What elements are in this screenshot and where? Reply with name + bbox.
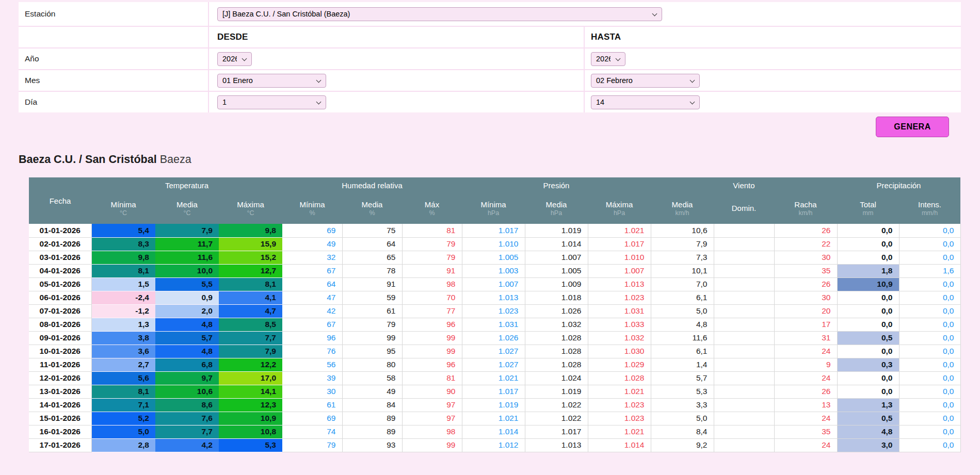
cell-h-min: 61 (282, 398, 342, 412)
cell-t-max: 10,9 (219, 412, 282, 425)
station-label: Estación (19, 2, 209, 26)
cell-v-racha: 17 (774, 318, 837, 331)
table-body: 01-01-20265,47,99,86975811.0171.0191.021… (29, 224, 960, 452)
column-unit: mm (837, 209, 899, 217)
cell-prec-intens: 0,0 (899, 412, 960, 425)
cell-h-med: 49 (342, 385, 402, 398)
cell-t-max: 12,2 (219, 358, 282, 371)
cell-t-min: 5,0 (91, 425, 155, 438)
cell-prec-total: 0,0 (837, 224, 899, 237)
cell-v-racha: 13 (774, 398, 837, 412)
cell-p-med: 1.005 (525, 264, 588, 277)
cell-p-max: 1.017 (588, 237, 651, 251)
cell-p-med: 1.009 (525, 277, 588, 291)
cell-p-min: 1.010 (462, 237, 525, 251)
column-header: Media% (342, 193, 402, 224)
cell-prec-intens: 0,0 (899, 318, 960, 331)
table-row: 09-01-20263,85,77,79699991.0261.0281.032… (29, 331, 960, 345)
cell-h-min: 67 (282, 264, 342, 277)
table-row: 11-01-20262,76,812,25680961.0271.0281.02… (29, 358, 960, 371)
cell-h-min: 42 (282, 304, 342, 318)
cell-prec-total: 0,0 (837, 251, 899, 264)
column-label: Domin. (714, 204, 774, 213)
column-header-fecha: Fecha (29, 177, 91, 224)
column-label: Máxima (588, 200, 651, 209)
cell-p-max: 1.032 (588, 331, 651, 345)
cell-t-med: 10,6 (155, 385, 219, 398)
column-unit: hPa (462, 209, 525, 217)
cell-prec-total: 0,0 (837, 304, 899, 318)
cell-h-max: 96 (402, 318, 462, 331)
cell-v-domin (714, 425, 774, 438)
cell-t-min: 3,8 (91, 331, 155, 345)
cell-prec-total: 0,0 (837, 291, 899, 304)
cell-t-med: 7,7 (155, 425, 219, 438)
cell-v-domin (714, 345, 774, 358)
table-row: 08-01-20261,34,88,56779961.0311.0321.033… (29, 318, 960, 331)
hasta-header: HASTA (585, 27, 961, 47)
cell-p-min: 1.031 (462, 318, 525, 331)
column-unit: mm/h (899, 209, 960, 217)
cell-h-min: 56 (282, 358, 342, 371)
cell-h-min: 64 (282, 277, 342, 291)
cell-prec-intens: 0,0 (899, 277, 960, 291)
cell-t-min: 1,5 (91, 277, 155, 291)
station-city: Baeza (160, 153, 191, 166)
cell-p-min: 1.017 (462, 385, 525, 398)
cell-h-med: 61 (342, 304, 402, 318)
cell-h-med: 59 (342, 291, 402, 304)
cell-p-max: 1.029 (588, 358, 651, 371)
cell-fecha: 13-01-2026 (29, 385, 91, 398)
cell-t-min: -1,2 (91, 304, 155, 318)
cell-v-domin (714, 412, 774, 425)
column-unit: °C (219, 209, 282, 217)
cell-p-med: 1.028 (525, 331, 588, 345)
cell-v-domin (714, 291, 774, 304)
cell-v-racha: 30 (774, 291, 837, 304)
cell-prec-total: 3,0 (837, 438, 899, 452)
cell-prec-intens: 0,0 (899, 251, 960, 264)
cell-prec-intens: 0,0 (899, 358, 960, 371)
cell-h-max: 99 (402, 345, 462, 358)
cell-h-max: 99 (402, 331, 462, 345)
cell-t-med: 0,9 (155, 291, 219, 304)
cell-t-max: 7,7 (219, 331, 282, 345)
cell-t-max: 15,9 (219, 237, 282, 251)
cell-t-max: 12,7 (219, 264, 282, 277)
cell-v-media: 5,3 (651, 385, 714, 398)
cell-t-min: 3,6 (91, 345, 155, 358)
cell-fecha: 11-01-2026 (29, 358, 91, 371)
cell-h-max: 97 (402, 412, 462, 425)
cell-p-med: 1.019 (525, 224, 588, 237)
cell-t-min: 8,1 (91, 385, 155, 398)
cell-h-max: 70 (402, 291, 462, 304)
cell-h-max: 77 (402, 304, 462, 318)
column-unit: % (402, 209, 462, 217)
day-desde-select[interactable]: 1 (217, 95, 326, 109)
month-hasta-select[interactable]: 02 Febrero (591, 74, 700, 88)
station-name: Baeza C.U. / San Cristóbal (19, 153, 157, 166)
column-label: Mínima (91, 200, 155, 209)
month-desde-select[interactable]: 01 Enero (217, 74, 326, 88)
cell-p-med: 1.024 (525, 371, 588, 385)
cell-h-med: 58 (342, 371, 402, 385)
year-hasta-select[interactable]: 2026 (591, 52, 625, 66)
cell-prec-total: 0,0 (837, 345, 899, 358)
station-select[interactable]: [J] Baeza C.U. / San Cristóbal (Baeza) (217, 7, 662, 21)
cell-fecha: 02-01-2026 (29, 237, 91, 251)
cell-v-media: 6,1 (651, 345, 714, 358)
cell-t-max: 10,8 (219, 425, 282, 438)
cell-fecha: 16-01-2026 (29, 425, 91, 438)
cell-t-max: 5,3 (219, 438, 282, 452)
cell-h-med: 78 (342, 264, 402, 277)
table-row: 06-01-2026-2,40,94,14759701.0131.0181.02… (29, 291, 960, 304)
cell-h-min: 96 (282, 331, 342, 345)
cell-v-media: 5,0 (651, 412, 714, 425)
day-hasta-select[interactable]: 14 (591, 95, 700, 109)
year-desde-select[interactable]: 2026 (217, 52, 252, 66)
cell-prec-total: 10,9 (837, 277, 899, 291)
column-label: Media (342, 200, 402, 209)
cell-prec-total: 1,3 (837, 398, 899, 412)
group-header: Viento (651, 177, 837, 193)
genera-button[interactable]: GENERA (876, 117, 949, 137)
